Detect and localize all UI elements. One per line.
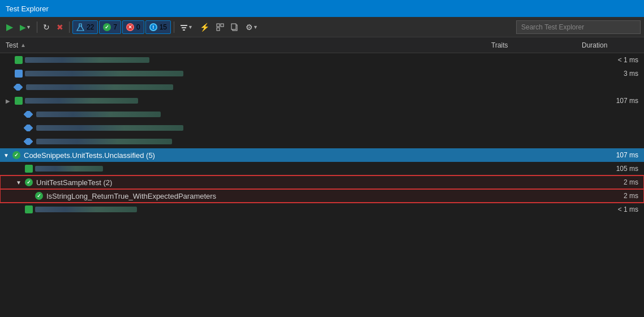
- cancel-icon: ✖: [57, 23, 63, 32]
- row-duration: 2 ms: [576, 192, 644, 200]
- test-passed-icon: ✓: [25, 178, 33, 186]
- row-content: [0, 138, 486, 145]
- skipped-icon: !: [149, 23, 157, 31]
- svg-rect-5: [217, 24, 220, 27]
- test-name-blurred: [25, 57, 149, 63]
- toolbar: ▶ ▶ ▼ ↻ ✖ 22 ✓ 7: [0, 17, 644, 37]
- failed-count: 0: [136, 23, 140, 31]
- row-content: [0, 111, 486, 118]
- copy-icon: [231, 23, 239, 31]
- row-duration: 3 ms: [576, 70, 644, 78]
- row-content: [0, 84, 486, 91]
- table-row[interactable]: < 1 ms: [0, 53, 644, 67]
- table-row[interactable]: 105 ms: [0, 162, 644, 175]
- table-row[interactable]: ▼ ✓ UnitTestSampleTest (2) 2 ms: [0, 175, 644, 189]
- test-name-blurred: [35, 207, 137, 212]
- test-icon: [24, 125, 33, 131]
- row-duration: 2 ms: [576, 178, 644, 186]
- table-row[interactable]: 3 ms: [0, 67, 644, 80]
- svg-rect-4: [183, 29, 185, 31]
- row-duration: < 1 ms: [576, 56, 644, 64]
- test-name-blurred: [36, 112, 161, 117]
- test-name: CodeSnippets.UnitTests.Unclassified (5): [24, 151, 155, 160]
- settings-dropdown-arrow: ▼: [253, 24, 258, 30]
- filter-icon: [180, 23, 188, 31]
- row-content: [0, 205, 486, 213]
- svg-rect-3: [182, 27, 186, 28]
- table-row[interactable]: < 1 ms: [0, 203, 644, 216]
- run-all-button[interactable]: ▶: [3, 19, 16, 35]
- groupby-icon: [216, 23, 224, 31]
- run-selected-button[interactable]: ▶ ▼: [17, 19, 34, 35]
- row-duration: < 1 ms: [576, 205, 644, 213]
- title-label: Test Explorer: [6, 5, 49, 13]
- test-column-header[interactable]: Test ▲: [0, 41, 486, 49]
- test-passed-icon: ✓: [12, 151, 20, 159]
- failed-icon: ✕: [126, 23, 134, 31]
- run-selected-icon: ▶: [20, 23, 26, 32]
- filter-button[interactable]: ▼: [177, 19, 196, 35]
- group-by-button[interactable]: [213, 19, 227, 35]
- passed-tests-button[interactable]: ✓ 7: [99, 20, 121, 34]
- svg-rect-6: [221, 24, 224, 27]
- row-content: [0, 125, 486, 131]
- sep2: [69, 22, 70, 33]
- copy-button[interactable]: [228, 19, 242, 35]
- test-icon: [24, 111, 33, 118]
- row-content: [0, 56, 486, 64]
- traits-column-header[interactable]: Traits: [486, 41, 576, 49]
- test-icon: [25, 205, 33, 213]
- table-row[interactable]: ✓ IsStringLong_ReturnTrue_WithExpectedPa…: [0, 189, 644, 203]
- table-row[interactable]: ▼ ✓ CodeSnippets.UnitTests.Unclassified …: [0, 148, 644, 162]
- test-name-blurred: [26, 84, 173, 90]
- svg-rect-9: [231, 24, 236, 29]
- cancel-button[interactable]: ✖: [54, 19, 66, 35]
- expand-arrow: ▶: [6, 98, 11, 104]
- row-content: ▼ ✓ UnitTestSampleTest (2): [0, 178, 486, 187]
- test-passed-icon: ✓: [35, 192, 43, 200]
- lightning-icon: ⚡: [200, 23, 209, 32]
- column-headers: Test ▲ Traits Duration: [0, 37, 644, 53]
- expand-arrow: ▼: [3, 152, 9, 158]
- row-content: ✓ IsStringLong_ReturnTrue_WithExpectedPa…: [0, 192, 486, 200]
- row-duration: 107 ms: [576, 97, 644, 105]
- run-all-icon: ▶: [6, 22, 13, 32]
- test-icon: [15, 70, 23, 78]
- settings-button[interactable]: ⚙ ▼: [243, 19, 261, 35]
- skipped-count: 15: [160, 23, 167, 31]
- passed-count: 7: [113, 23, 117, 31]
- test-name-blurred: [36, 139, 172, 144]
- row-content: ▼ ✓ CodeSnippets.UnitTests.Unclassified …: [0, 151, 486, 160]
- row-content: ▶: [0, 97, 486, 105]
- gear-icon: ⚙: [246, 23, 253, 32]
- table-row[interactable]: [0, 135, 644, 148]
- failed-tests-button[interactable]: ✕ 0: [122, 20, 144, 34]
- test-name-blurred: [25, 98, 138, 104]
- title-bar: Test Explorer: [0, 0, 644, 17]
- test-list-area: < 1 ms 3 ms ▶: [0, 53, 644, 317]
- run-failed-button[interactable]: ⚡: [197, 19, 212, 35]
- table-row[interactable]: ▶ 107 ms: [0, 94, 644, 108]
- passed-icon: ✓: [103, 23, 111, 31]
- test-name-blurred: [35, 166, 103, 172]
- total-count: 22: [87, 23, 94, 31]
- test-icon: [14, 84, 23, 91]
- search-input[interactable]: [516, 20, 641, 34]
- test-icon: [25, 165, 33, 173]
- test-name-blurred: [25, 71, 183, 76]
- table-row[interactable]: [0, 80, 644, 94]
- table-row[interactable]: [0, 121, 644, 135]
- row-content: [0, 165, 486, 173]
- test-explorer-window: Test Explorer ▶ ▶ ▼ ↻ ✖ 22: [0, 0, 644, 317]
- duration-column-header[interactable]: Duration: [576, 41, 644, 49]
- sort-asc-icon: ▲: [20, 42, 26, 48]
- table-row[interactable]: [0, 108, 644, 121]
- skipped-tests-button[interactable]: ! 15: [145, 20, 171, 34]
- dropdown-arrow-run: ▼: [26, 24, 31, 30]
- refresh-button[interactable]: ↻: [40, 19, 53, 35]
- total-tests-button[interactable]: 22: [72, 20, 98, 34]
- test-icon: [15, 97, 23, 105]
- svg-rect-7: [217, 28, 220, 31]
- filter-dropdown-arrow: ▼: [188, 24, 193, 30]
- sep3: [174, 22, 174, 33]
